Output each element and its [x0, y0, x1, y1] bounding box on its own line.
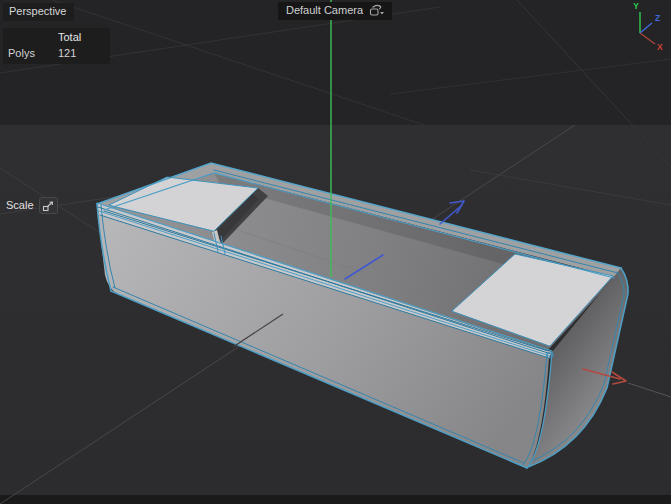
tool-label: Scale	[6, 199, 34, 212]
camera-menu-label: Default Camera	[286, 4, 363, 17]
camera-switch-icon[interactable]	[369, 4, 385, 17]
camera-menu[interactable]: Default Camera	[278, 2, 392, 20]
gizmo-y-label: Y	[633, 1, 639, 11]
stats-header-spacer	[8, 31, 58, 44]
gizmo-z-label: Z	[655, 13, 660, 23]
scale-tool-badge	[39, 197, 58, 214]
stats-row-label: Polys	[8, 47, 58, 60]
scale-tool-icon	[42, 200, 55, 212]
stats-header: Total	[58, 31, 104, 44]
view-menu[interactable]: Perspective	[3, 3, 74, 21]
gizmo-x-label: X	[657, 42, 663, 52]
3d-viewport[interactable]: Y Z X Perspective Total Polys 121 Defaul…	[0, 0, 671, 504]
tool-indicator: Scale	[6, 197, 58, 214]
stats-panel: Total Polys 121	[3, 28, 110, 64]
bottom-bar	[0, 495, 671, 504]
scene-canvas[interactable]: Y Z X	[0, 0, 671, 504]
stats-row-value: 121	[58, 47, 104, 60]
